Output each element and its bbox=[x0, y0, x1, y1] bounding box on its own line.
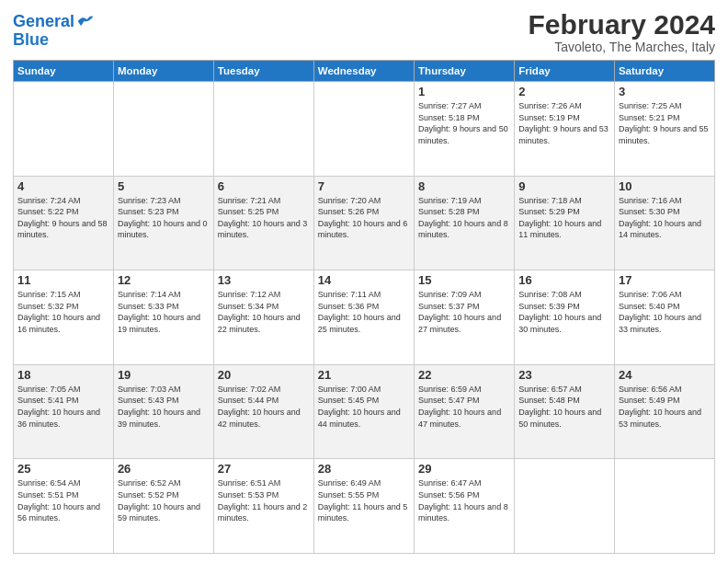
day-info: Sunrise: 6:57 AMSunset: 5:48 PMDaylight:… bbox=[518, 384, 610, 430]
calendar-week-row: 18Sunrise: 7:05 AMSunset: 5:41 PMDayligh… bbox=[14, 364, 715, 459]
title-block: February 2024 Tavoleto, The Marches, Ita… bbox=[529, 9, 715, 54]
logo-text: General bbox=[13, 13, 74, 31]
calendar-cell bbox=[113, 82, 213, 177]
day-info: Sunrise: 7:18 AMSunset: 5:29 PMDaylight:… bbox=[518, 195, 610, 241]
weekday-header-monday: Monday bbox=[113, 61, 213, 82]
calendar-cell: 2Sunrise: 7:26 AMSunset: 5:19 PMDaylight… bbox=[515, 82, 615, 177]
calendar-cell: 23Sunrise: 6:57 AMSunset: 5:48 PMDayligh… bbox=[515, 364, 615, 459]
day-info: Sunrise: 7:00 AMSunset: 5:45 PMDaylight:… bbox=[318, 384, 410, 430]
day-number: 9 bbox=[518, 179, 610, 193]
day-number: 4 bbox=[17, 179, 109, 193]
calendar-cell: 8Sunrise: 7:19 AMSunset: 5:28 PMDaylight… bbox=[415, 176, 515, 270]
day-number: 1 bbox=[418, 85, 510, 98]
calendar-cell: 10Sunrise: 7:16 AMSunset: 5:30 PMDayligh… bbox=[614, 176, 714, 270]
day-number: 22 bbox=[418, 368, 510, 382]
day-info: Sunrise: 7:03 AMSunset: 5:43 PMDaylight:… bbox=[118, 384, 210, 430]
calendar-week-row: 1Sunrise: 7:27 AMSunset: 5:18 PMDaylight… bbox=[14, 82, 715, 177]
calendar-cell: 14Sunrise: 7:11 AMSunset: 5:36 PMDayligh… bbox=[313, 270, 414, 365]
calendar-cell: 18Sunrise: 7:05 AMSunset: 5:41 PMDayligh… bbox=[14, 364, 114, 459]
day-info: Sunrise: 7:09 AMSunset: 5:37 PMDaylight:… bbox=[418, 289, 510, 335]
calendar-cell: 11Sunrise: 7:15 AMSunset: 5:32 PMDayligh… bbox=[14, 270, 114, 365]
day-number: 15 bbox=[418, 273, 510, 287]
calendar-cell: 16Sunrise: 7:08 AMSunset: 5:39 PMDayligh… bbox=[515, 270, 615, 365]
calendar-cell: 28Sunrise: 6:49 AMSunset: 5:55 PMDayligh… bbox=[313, 459, 414, 554]
day-info: Sunrise: 6:47 AMSunset: 5:56 PMDaylight:… bbox=[418, 477, 510, 523]
day-info: Sunrise: 7:19 AMSunset: 5:28 PMDaylight:… bbox=[418, 195, 510, 241]
day-number: 26 bbox=[118, 462, 210, 476]
calendar-container: General Blue February 2024 Tavoleto, The… bbox=[0, 0, 728, 563]
calendar-cell bbox=[515, 459, 615, 554]
weekday-header-sunday: Sunday bbox=[14, 61, 114, 82]
day-info: Sunrise: 7:15 AMSunset: 5:32 PMDaylight:… bbox=[17, 289, 109, 335]
subtitle: Tavoleto, The Marches, Italy bbox=[529, 40, 715, 54]
day-info: Sunrise: 7:14 AMSunset: 5:33 PMDaylight:… bbox=[118, 289, 210, 335]
day-info: Sunrise: 7:16 AMSunset: 5:30 PMDaylight:… bbox=[619, 195, 711, 241]
calendar-cell: 4Sunrise: 7:24 AMSunset: 5:22 PMDaylight… bbox=[14, 176, 114, 270]
calendar-cell: 12Sunrise: 7:14 AMSunset: 5:33 PMDayligh… bbox=[113, 270, 213, 365]
day-number: 13 bbox=[218, 273, 310, 287]
day-info: Sunrise: 7:02 AMSunset: 5:44 PMDaylight:… bbox=[218, 384, 310, 430]
weekday-header-row: SundayMondayTuesdayWednesdayThursdayFrid… bbox=[14, 61, 715, 82]
calendar-cell: 17Sunrise: 7:06 AMSunset: 5:40 PMDayligh… bbox=[614, 270, 714, 365]
logo: General Blue bbox=[13, 13, 95, 50]
calendar-cell bbox=[14, 82, 114, 177]
day-number: 18 bbox=[17, 368, 109, 382]
day-info: Sunrise: 7:26 AMSunset: 5:19 PMDaylight:… bbox=[518, 100, 610, 146]
calendar-cell: 1Sunrise: 7:27 AMSunset: 5:18 PMDaylight… bbox=[415, 82, 515, 177]
day-number: 21 bbox=[318, 368, 410, 382]
day-info: Sunrise: 7:11 AMSunset: 5:36 PMDaylight:… bbox=[318, 289, 410, 335]
day-info: Sunrise: 7:08 AMSunset: 5:39 PMDaylight:… bbox=[518, 289, 610, 335]
calendar-cell: 15Sunrise: 7:09 AMSunset: 5:37 PMDayligh… bbox=[415, 270, 515, 365]
day-number: 10 bbox=[619, 179, 711, 193]
weekday-header-thursday: Thursday bbox=[415, 61, 515, 82]
day-info: Sunrise: 6:59 AMSunset: 5:47 PMDaylight:… bbox=[418, 384, 510, 430]
calendar-cell: 20Sunrise: 7:02 AMSunset: 5:44 PMDayligh… bbox=[213, 364, 313, 459]
calendar-cell: 27Sunrise: 6:51 AMSunset: 5:53 PMDayligh… bbox=[213, 459, 313, 554]
calendar-cell: 26Sunrise: 6:52 AMSunset: 5:52 PMDayligh… bbox=[113, 459, 213, 554]
calendar-week-row: 25Sunrise: 6:54 AMSunset: 5:51 PMDayligh… bbox=[14, 459, 715, 554]
calendar-cell bbox=[313, 82, 414, 177]
day-number: 11 bbox=[17, 273, 109, 287]
day-info: Sunrise: 7:27 AMSunset: 5:18 PMDaylight:… bbox=[418, 100, 510, 146]
calendar-cell: 24Sunrise: 6:56 AMSunset: 5:49 PMDayligh… bbox=[614, 364, 714, 459]
weekday-header-wednesday: Wednesday bbox=[313, 61, 414, 82]
calendar-cell: 9Sunrise: 7:18 AMSunset: 5:29 PMDaylight… bbox=[515, 176, 615, 270]
day-number: 2 bbox=[518, 85, 610, 98]
calendar-cell bbox=[614, 459, 714, 554]
day-info: Sunrise: 6:51 AMSunset: 5:53 PMDaylight:… bbox=[218, 477, 310, 523]
day-number: 20 bbox=[218, 368, 310, 382]
day-info: Sunrise: 7:24 AMSunset: 5:22 PMDaylight:… bbox=[17, 195, 109, 241]
main-title: February 2024 bbox=[529, 9, 715, 40]
day-number: 5 bbox=[118, 179, 210, 193]
day-number: 8 bbox=[418, 179, 510, 193]
day-number: 23 bbox=[518, 368, 610, 382]
calendar-week-row: 11Sunrise: 7:15 AMSunset: 5:32 PMDayligh… bbox=[14, 270, 715, 365]
day-number: 24 bbox=[619, 368, 711, 382]
calendar-cell: 5Sunrise: 7:23 AMSunset: 5:23 PMDaylight… bbox=[113, 176, 213, 270]
calendar-cell: 6Sunrise: 7:21 AMSunset: 5:25 PMDaylight… bbox=[213, 176, 313, 270]
day-info: Sunrise: 6:56 AMSunset: 5:49 PMDaylight:… bbox=[619, 384, 711, 430]
day-info: Sunrise: 7:06 AMSunset: 5:40 PMDaylight:… bbox=[619, 289, 711, 335]
day-info: Sunrise: 6:49 AMSunset: 5:55 PMDaylight:… bbox=[318, 477, 410, 523]
calendar-cell: 13Sunrise: 7:12 AMSunset: 5:34 PMDayligh… bbox=[213, 270, 313, 365]
day-number: 6 bbox=[218, 179, 310, 193]
day-info: Sunrise: 7:23 AMSunset: 5:23 PMDaylight:… bbox=[118, 195, 210, 241]
day-number: 17 bbox=[619, 273, 711, 287]
day-number: 16 bbox=[518, 273, 610, 287]
day-number: 3 bbox=[619, 85, 711, 98]
day-number: 19 bbox=[118, 368, 210, 382]
calendar-week-row: 4Sunrise: 7:24 AMSunset: 5:22 PMDaylight… bbox=[14, 176, 715, 270]
calendar-cell bbox=[213, 82, 313, 177]
weekday-header-friday: Friday bbox=[515, 61, 615, 82]
day-info: Sunrise: 6:54 AMSunset: 5:51 PMDaylight:… bbox=[17, 477, 109, 523]
calendar-cell: 22Sunrise: 6:59 AMSunset: 5:47 PMDayligh… bbox=[415, 364, 515, 459]
day-number: 27 bbox=[218, 462, 310, 476]
day-number: 25 bbox=[17, 462, 109, 476]
calendar-table: SundayMondayTuesdayWednesdayThursdayFrid… bbox=[13, 60, 715, 554]
calendar-cell: 19Sunrise: 7:03 AMSunset: 5:43 PMDayligh… bbox=[113, 364, 213, 459]
day-number: 7 bbox=[318, 179, 410, 193]
day-info: Sunrise: 7:21 AMSunset: 5:25 PMDaylight:… bbox=[218, 195, 310, 241]
day-number: 29 bbox=[418, 462, 510, 476]
logo-text-blue: Blue bbox=[13, 31, 95, 50]
calendar-cell: 21Sunrise: 7:00 AMSunset: 5:45 PMDayligh… bbox=[313, 364, 414, 459]
